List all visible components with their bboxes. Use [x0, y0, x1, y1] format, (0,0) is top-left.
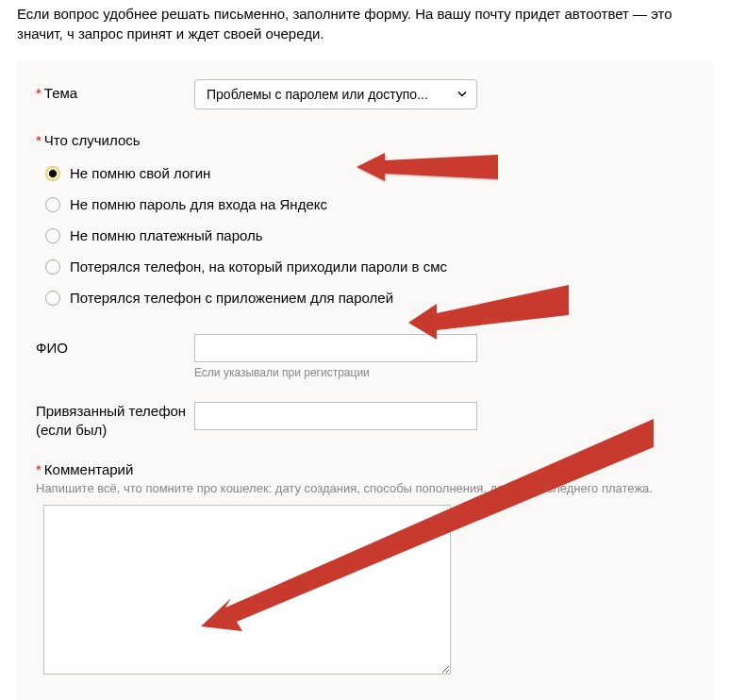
radio-label: Потерялся телефон с приложением для паро… [70, 290, 393, 306]
support-form: *Тема Проблемы с паролем или доступо... … [17, 60, 713, 700]
radio-icon [45, 166, 60, 181]
radio-option-4[interactable]: Потерялся телефон с приложением для паро… [45, 290, 694, 306]
intro-text: Если вопрос удобнее решать письменно, за… [0, 0, 730, 60]
topic-row: *Тема Проблемы с паролем или доступо... [36, 79, 694, 109]
radio-label: Не помню платежный пароль [70, 227, 263, 243]
radio-option-1[interactable]: Не помню пароль для входа на Яндекс [45, 196, 694, 212]
comment-hint: Напишите всё, что помните про кошелек: д… [36, 481, 694, 495]
what-happened-section: *Что случилось Не помню свой логин Не по… [36, 132, 694, 306]
what-happened-radio-group: Не помню свой логин Не помню пароль для … [45, 165, 694, 306]
radio-icon [45, 228, 60, 243]
what-happened-label: *Что случилось [36, 132, 694, 148]
comment-label-text: Комментарий [44, 461, 133, 477]
fio-row: ФИО Если указывали при регистрации [36, 334, 694, 379]
fio-label: ФИО [36, 334, 194, 358]
required-marker: * [36, 461, 41, 477]
phone-input[interactable] [194, 402, 477, 430]
required-marker: * [36, 132, 41, 148]
topic-select[interactable]: Проблемы с паролем или доступо... [194, 79, 477, 109]
radio-icon [45, 259, 60, 275]
fio-input[interactable] [194, 334, 477, 362]
topic-selected-value: Проблемы с паролем или доступо... [207, 87, 428, 102]
radio-icon [45, 291, 60, 306]
comment-label: *Комментарий [36, 461, 694, 477]
topic-label: *Тема [36, 79, 194, 103]
radio-label: Потерялся телефон, на который приходили … [70, 258, 447, 275]
topic-label-text: Тема [44, 85, 77, 101]
radio-label: Не помню свой логин [70, 165, 210, 181]
radio-icon [45, 197, 60, 212]
required-marker: * [36, 85, 41, 101]
phone-label: Привязанный телефон (если был) [36, 402, 194, 439]
fio-hint: Если указывали при регистрации [194, 366, 694, 379]
comment-textarea[interactable] [43, 505, 451, 675]
radio-option-0[interactable]: Не помню свой логин [45, 165, 694, 181]
phone-row: Привязанный телефон (если был) [36, 402, 694, 439]
radio-option-2[interactable]: Не помню платежный пароль [45, 227, 694, 243]
what-happened-label-text: Что случилось [44, 132, 141, 148]
comment-section: *Комментарий Напишите всё, что помните п… [36, 461, 694, 675]
radio-label: Не помню пароль для входа на Яндекс [70, 196, 327, 212]
radio-option-3[interactable]: Потерялся телефон, на который приходили … [45, 258, 694, 275]
